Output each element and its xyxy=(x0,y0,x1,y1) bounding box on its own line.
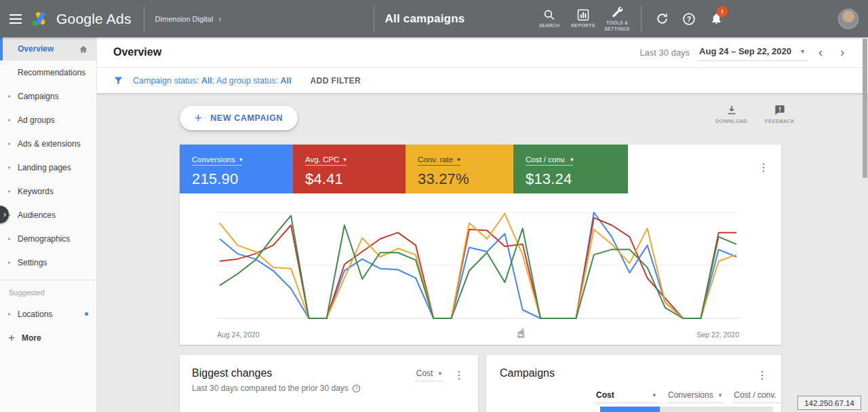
tools-settings-icon xyxy=(611,5,624,18)
sidebar-item-keywords[interactable]: ▸Keywords xyxy=(0,179,96,203)
card-menu-icon[interactable]: ⋮ xyxy=(450,367,469,383)
sidebar-suggested: ▸Locations xyxy=(0,302,96,326)
metric-value: 215.90 xyxy=(192,170,293,188)
card-menu-icon[interactable]: ⋮ xyxy=(754,160,773,176)
date-prev-button[interactable]: ‹ xyxy=(811,43,830,62)
main-area: Overview Last 30 days Aug 24 – Sep 22, 2… xyxy=(97,37,868,412)
topbar-divider xyxy=(641,6,642,32)
sidebar-item-settings[interactable]: ▸Settings xyxy=(0,250,96,274)
biggest-changes-metric-select[interactable]: Cost ▾ xyxy=(415,367,443,381)
biggest-changes-card: Biggest changes Last 30 days compared to… xyxy=(180,355,478,412)
download-button[interactable]: DOWNLOAD xyxy=(715,105,747,124)
menu-icon[interactable] xyxy=(0,0,31,37)
sidebar-item-recommendations[interactable]: Recommendations xyxy=(0,60,96,84)
metric-label: Cost / conv. xyxy=(526,155,566,164)
all-campaigns-title: All campaigns xyxy=(374,12,465,26)
chevron-down-icon: ▾ xyxy=(652,392,656,398)
sidebar: OverviewRecommendations▸Campaigns▸Ad gro… xyxy=(0,37,97,412)
topbar-actions: SEARCH REPORTS xyxy=(532,0,868,37)
sidebar-item-label: Campaigns xyxy=(18,92,59,101)
metric-tile-cost-conv-[interactable]: Cost / conv.▾$13.24 xyxy=(513,145,628,193)
expand-arrow-icon: ▸ xyxy=(8,164,11,170)
plus-icon: + xyxy=(195,111,202,126)
expand-arrow-icon: ▸ xyxy=(8,236,11,242)
expand-arrow-icon: ▸ xyxy=(8,141,11,147)
date-preset-label: Last 30 days xyxy=(639,48,690,58)
sidebar-item-ad-groups[interactable]: ▸Ad groups xyxy=(0,108,96,132)
chevron-down-icon: ▾ xyxy=(719,392,722,398)
date-range-picker[interactable]: Aug 24 – Sep 22, 2020 ▾ xyxy=(698,43,808,61)
sidebar-item-demographics[interactable]: ▸Demographics xyxy=(0,227,96,250)
metric-label: Conversions xyxy=(192,155,235,164)
metric-value: $4.41 xyxy=(305,170,406,188)
date-range-zone: Last 30 days Aug 24 – Sep 22, 2020 ▾ ‹ › xyxy=(639,43,852,62)
date-next-button[interactable]: › xyxy=(833,43,852,62)
account-breadcrumb[interactable]: Dimension Digital› xyxy=(144,14,231,24)
sidebar-item-more[interactable]: + More xyxy=(0,326,96,350)
metric-value: 33.27% xyxy=(418,170,513,188)
expand-arrow-icon: ▸ xyxy=(8,188,11,194)
cost-bar xyxy=(600,407,660,412)
help-circle-icon[interactable]: ? xyxy=(352,384,361,393)
refresh-icon xyxy=(656,12,669,25)
home-icon xyxy=(79,45,88,54)
expand-arrow-icon: ▸ xyxy=(8,93,11,99)
sidebar-item-label: Audiences xyxy=(18,210,56,220)
product-name: Google Ads xyxy=(56,11,132,27)
vertical-scrollbar[interactable] xyxy=(863,39,867,178)
reports-button[interactable]: REPORTS xyxy=(566,0,600,37)
filter-status-text[interactable]: Campaign status: All; Ad group status: A… xyxy=(133,76,292,86)
sidebar-item-label: Ad groups xyxy=(18,115,55,125)
card-menu-icon[interactable]: ⋮ xyxy=(753,367,772,383)
sidebar-item-campaigns[interactable]: ▸Campaigns xyxy=(0,84,96,108)
chevron-down-icon: ▾ xyxy=(570,156,574,163)
google-ads-app: Google Ads Dimension Digital› All campai… xyxy=(0,0,868,412)
performance-chart[interactable]: Aug 24, 2020 Sep 22, 2020 xyxy=(217,204,739,348)
sidebar-item-overview[interactable]: Overview xyxy=(0,37,96,60)
chevron-down-icon: ▾ xyxy=(438,370,441,377)
sidebar-item-audiences[interactable]: ▸Audiences xyxy=(0,203,96,227)
sidebar-item-locations[interactable]: ▸Locations xyxy=(0,302,96,326)
content-area: + NEW CAMPAIGN DOWNLOAD xyxy=(97,94,868,412)
refresh-button[interactable] xyxy=(648,0,675,37)
sidebar-item-landing-pages[interactable]: ▸Landing pages xyxy=(0,155,96,179)
svg-text:?: ? xyxy=(687,15,691,22)
overview-summary-card: Conversions▾215.90Avg. CPC▾$4.41Conv. ra… xyxy=(180,145,781,345)
search-button[interactable]: SEARCH xyxy=(532,0,566,37)
series-avg-cpc xyxy=(220,218,736,318)
feedback-button[interactable]: FEEDBACK xyxy=(765,105,795,124)
campaigns-metric-select-1[interactable]: Cost ▾ xyxy=(595,389,657,403)
sidebar-item-ads-extensions[interactable]: ▸Ads & extensions xyxy=(0,132,96,155)
new-campaign-button[interactable]: + NEW CAMPAIGN xyxy=(180,106,298,130)
sidebar-item-label: Keywords xyxy=(18,187,54,196)
help-button[interactable]: ? xyxy=(675,0,703,37)
notification-dot xyxy=(85,312,88,316)
notifications-button[interactable]: ! xyxy=(703,0,730,37)
metric-tile-avg-cpc[interactable]: Avg. CPC▾$4.41 xyxy=(293,145,406,193)
sidebar-item-label: Settings xyxy=(18,258,47,267)
sidebar-section-label: Suggested xyxy=(0,284,96,302)
campaigns-metric-select-3[interactable]: Cost / conv. ▾ xyxy=(732,389,781,403)
google-ads-logo[interactable]: Google Ads xyxy=(31,11,144,27)
campaigns-metric-select-2[interactable]: Conversions ▾ xyxy=(667,389,723,403)
campaigns-column-selectors: Cost ▾ Conversions ▾ Cost / conv. ▾ xyxy=(595,389,774,403)
avatar[interactable] xyxy=(838,9,859,29)
chart-x-axis: Aug 24, 2020 Sep 22, 2020 xyxy=(217,331,739,339)
x-axis-end-label: Sep 22, 2020 xyxy=(697,331,739,339)
metric-label: Conv. rate xyxy=(418,155,453,164)
biggest-changes-subtitle: Last 30 days compared to the prior 30 da… xyxy=(192,383,361,393)
page-title: Overview xyxy=(113,46,161,58)
chevron-down-icon: ▾ xyxy=(239,156,243,163)
metric-tile-conv-rate[interactable]: Conv. rate▾33.27% xyxy=(406,145,513,193)
reports-icon xyxy=(577,9,589,21)
page-header: Overview Last 30 days Aug 24 – Sep 22, 2… xyxy=(97,37,868,68)
campaigns-title: Campaigns xyxy=(500,367,555,379)
metric-label: Avg. CPC xyxy=(305,155,339,164)
metric-tiles: Conversions▾215.90Avg. CPC▾$4.41Conv. ra… xyxy=(180,145,781,193)
metric-tile-conversions[interactable]: Conversions▾215.90 xyxy=(180,145,293,193)
tools-settings-button[interactable]: TOOLS & SETTINGS xyxy=(600,0,634,37)
google-ads-logo-icon xyxy=(31,11,50,27)
plus-icon: + xyxy=(8,331,15,345)
add-filter-button[interactable]: ADD FILTER xyxy=(311,76,361,86)
notification-badge: ! xyxy=(717,6,728,17)
